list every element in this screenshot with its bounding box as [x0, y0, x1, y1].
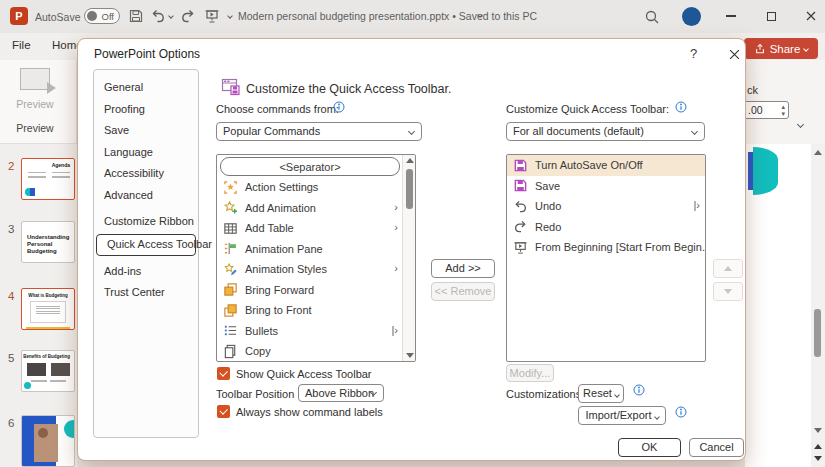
scroll-up-icon[interactable]	[406, 158, 414, 163]
share-button[interactable]: Share	[744, 38, 818, 59]
dialog-nav-item-trust-center[interactable]: Trust Center	[94, 282, 198, 304]
search-icon[interactable]	[644, 9, 660, 25]
dialog-nav-item-advanced[interactable]: Advanced	[94, 185, 198, 207]
minimize-button[interactable]	[720, 6, 742, 26]
redo-icon[interactable]	[180, 8, 196, 24]
cancel-button[interactable]: Cancel	[689, 438, 744, 457]
scrollbar-thumb[interactable]	[814, 309, 821, 357]
previous-slide-icon[interactable]	[814, 444, 822, 449]
slideshow-icon	[513, 240, 528, 255]
add-button[interactable]: Add >>	[431, 259, 495, 278]
scroll-down-icon[interactable]	[406, 353, 414, 358]
preview-button[interactable]: Preview	[0, 98, 70, 110]
close-icon	[806, 11, 816, 21]
info-icon[interactable]	[333, 101, 345, 113]
command-item-from-beginning-start-from-begin[interactable]: From Beginning [Start From Begin...	[507, 237, 705, 258]
animation-styles-icon	[223, 262, 238, 277]
modify-button[interactable]: Modify...	[506, 364, 554, 382]
document-title[interactable]: Modern personal budgeting presentation.p…	[238, 10, 537, 22]
dialog-nav-item-quick-access-toolbar[interactable]: Quick Access Toolbar	[96, 234, 196, 256]
commands-list[interactable]: <Separator>Action SettingsAdd Animation›…	[216, 154, 416, 362]
powerpoint-logo-icon: P	[10, 7, 28, 25]
autosave-state: Off	[102, 11, 115, 22]
command-item-action-settings[interactable]: Action Settings	[217, 177, 403, 198]
import-export-button[interactable]: Import/Export	[578, 406, 666, 425]
info-icon[interactable]	[675, 101, 687, 113]
autosave-toggle[interactable]: Off	[84, 8, 120, 24]
reset-button[interactable]: Reset	[578, 384, 624, 403]
command-item-copy[interactable]: Copy	[217, 341, 403, 362]
add-table-icon	[223, 221, 238, 236]
customize-qat-dropdown[interactable]: For all documents (default)	[506, 122, 705, 141]
show-qat-checkbox[interactable]	[217, 367, 230, 380]
window-titlebar: P AutoSave Off Modern personal budgeting…	[0, 0, 825, 33]
move-down-button[interactable]	[713, 282, 743, 301]
qat-overflow-chevron-icon[interactable]	[227, 13, 233, 19]
collapse-ribbon-icon[interactable]	[797, 121, 804, 128]
slide-thumbnail-2[interactable]: Agenda	[21, 158, 75, 200]
slide-thumbnail-6[interactable]	[21, 415, 75, 467]
dialog-nav-item-customize-ribbon[interactable]: Customize Ribbon	[94, 211, 198, 233]
command-item-animation-styles[interactable]: Animation Styles›	[217, 259, 403, 280]
user-avatar[interactable]	[682, 7, 701, 26]
spinner-arrows-icon[interactable]: ▴▾	[781, 103, 785, 117]
slideshow-icon[interactable]	[204, 8, 220, 24]
dialog-nav-item-accessibility[interactable]: Accessibility	[94, 163, 198, 185]
dialog-nav-item-add-ins[interactable]: Add-ins	[94, 261, 198, 283]
dialog-nav-item-general[interactable]: General	[94, 77, 198, 99]
dialog-close-button[interactable]	[724, 44, 744, 64]
slide-thumbnail-3[interactable]: Understanding Personal Budgeting	[21, 221, 75, 263]
choose-commands-dropdown[interactable]: Popular Commands	[216, 122, 422, 141]
tab-file[interactable]: File	[12, 39, 31, 51]
command-item-bullets[interactable]: Bullets|›	[217, 321, 403, 342]
bring-forward-icon	[223, 282, 238, 297]
save-icon[interactable]	[128, 8, 144, 24]
chevron-down-icon	[408, 128, 415, 135]
dialog-header-title: Customize the Quick Access Toolbar.	[246, 82, 451, 96]
scroll-down-icon[interactable]	[814, 428, 822, 433]
command-label: Bring Forward	[245, 284, 314, 296]
command-item-add-animation[interactable]: Add Animation›	[217, 198, 403, 219]
next-slide-icon[interactable]	[814, 456, 822, 461]
command-item-bring-forward[interactable]: Bring Forward	[217, 280, 403, 301]
qat-commands-list[interactable]: Turn AutoSave On/OffSaveUndo|›RedoFrom B…	[506, 154, 706, 362]
always-show-labels-checkbox[interactable]	[217, 405, 230, 418]
dialog-help-button[interactable]: ?	[690, 46, 697, 61]
command-item-bring-to-front[interactable]: Bring to Front	[217, 300, 403, 321]
command-item-separator[interactable]: <Separator>	[220, 157, 400, 176]
toolbar-position-dropdown[interactable]: Above Ribbon	[298, 384, 384, 402]
slide-teal-shape	[753, 147, 778, 195]
scrollbar-thumb[interactable]	[406, 169, 413, 209]
duration-spinner[interactable]: .00 ▴▾	[743, 101, 789, 119]
ok-button[interactable]: OK	[618, 438, 681, 457]
close-window-button[interactable]	[800, 6, 822, 26]
slide-thumbnail-4[interactable]: What is Budgeting	[21, 288, 75, 330]
command-item-add-table[interactable]: Add Table›	[217, 218, 403, 239]
show-qat-label: Show Quick Access Toolbar	[236, 368, 372, 380]
commands-list-scrollbar[interactable]	[402, 155, 415, 361]
command-item-save[interactable]: Save	[507, 176, 705, 197]
dialog-nav-item-save[interactable]: Save	[94, 120, 198, 142]
customizations-label: Customizations:	[506, 388, 584, 400]
move-up-button[interactable]	[713, 259, 743, 278]
maximize-button[interactable]	[760, 6, 782, 26]
submenu-chevron-icon: |›	[391, 324, 398, 336]
scroll-up-icon[interactable]	[814, 150, 822, 155]
dialog-nav-item-language[interactable]: Language	[94, 142, 198, 164]
slide-editor-area[interactable]	[745, 144, 811, 467]
editor-scrollbar[interactable]	[811, 144, 825, 467]
info-icon[interactable]	[633, 384, 645, 396]
command-label: Action Settings	[245, 181, 318, 193]
command-item-animation-pane[interactable]: Animation Pane	[217, 239, 403, 260]
slide-number: 2	[8, 160, 14, 172]
remove-button[interactable]: << Remove	[431, 282, 495, 301]
slide-thumbnail-5[interactable]: Benefits of Budgeting	[21, 350, 75, 392]
undo-dropdown-icon[interactable]	[168, 13, 174, 19]
command-item-undo[interactable]: Undo|›	[507, 196, 705, 217]
undo-icon[interactable]	[150, 8, 166, 24]
submenu-chevron-icon: ›	[394, 201, 398, 213]
command-item-redo[interactable]: Redo	[507, 217, 705, 238]
command-item-turn-autosave-on-off[interactable]: Turn AutoSave On/Off	[507, 155, 705, 176]
info-icon[interactable]	[675, 406, 687, 418]
dialog-nav-item-proofing[interactable]: Proofing	[94, 99, 198, 121]
